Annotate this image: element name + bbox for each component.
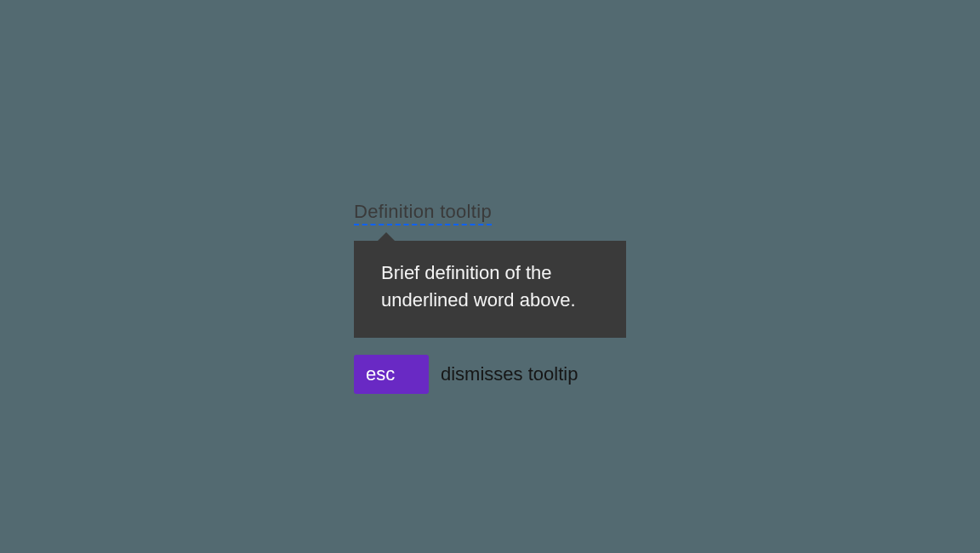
hint-row: esc dismisses tooltip (354, 355, 626, 394)
tooltip-caret-icon (378, 232, 395, 241)
definition-tooltip: Brief definition of the underlined word … (354, 241, 626, 338)
definition-tooltip-trigger[interactable]: Definition tooltip (354, 201, 492, 225)
hint-text: dismisses tooltip (441, 363, 578, 385)
esc-key-badge: esc (354, 355, 429, 394)
tooltip-body: Brief definition of the underlined word … (381, 262, 576, 311)
